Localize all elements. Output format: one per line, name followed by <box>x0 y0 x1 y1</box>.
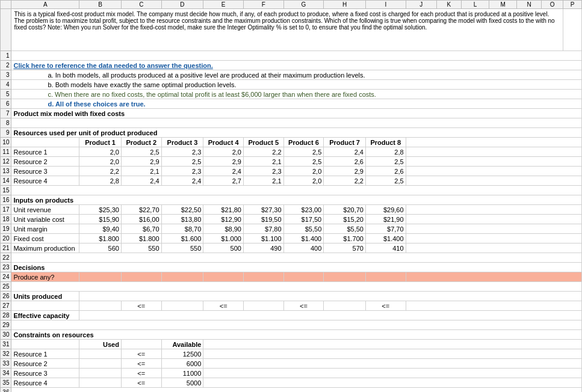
r4p6: 2,0 <box>283 176 324 186</box>
r1p1: 2,0 <box>79 147 122 157</box>
col-b-header: B <box>79 1 122 9</box>
col-d-header: D <box>161 1 203 9</box>
cr2-used[interactable] <box>79 359 122 369</box>
lte2: <= <box>203 301 244 311</box>
units-produced-label: Units produced <box>11 292 79 301</box>
r4p7: 2,2 <box>324 176 366 186</box>
fc-p6: $1.400 <box>283 234 324 243</box>
row-10: 10 Product 1 Product 2 Product 3 Product… <box>1 138 582 147</box>
fc-p1: $1.800 <box>79 234 122 243</box>
cr2-lte: <= <box>121 359 161 369</box>
fc-p5: $1.100 <box>243 234 283 243</box>
r3p6: 2,0 <box>283 167 324 176</box>
uvc-p5: $19,50 <box>243 215 283 224</box>
option-c: c. When there are no fixed costs, the op… <box>11 90 582 99</box>
row-27: 27 <= <= <= <= <box>1 301 582 311</box>
decisions-header: Decisions <box>11 263 582 272</box>
produce-any-p4[interactable] <box>203 272 244 282</box>
constraints-header: Constraints on resources <box>11 330 582 340</box>
product-8-header: Product 8 <box>365 138 406 147</box>
row-34: 34 Resource 3 <= 11000 <box>1 369 582 378</box>
product-4-header: Product 4 <box>203 138 244 147</box>
mp-label: Maximum production <box>11 243 79 253</box>
mp-p1: 560 <box>79 243 122 253</box>
option-d: d. All of these choices are true. <box>11 99 582 109</box>
um-p1: $9,40 <box>79 224 122 234</box>
up-p2[interactable] <box>161 301 203 311</box>
click-here-link[interactable]: Click here to reference the data needed … <box>11 61 582 70</box>
product-2-header: Product 2 <box>121 138 161 147</box>
row-24: 24 Produce any? <box>1 272 582 282</box>
uvc-label: Unit variable cost <box>11 215 79 224</box>
row-1: 1 <box>1 51 582 61</box>
col-i-header: I <box>365 1 406 9</box>
row-25: 25 <box>1 282 582 292</box>
r1p5: 2,2 <box>243 147 283 157</box>
cr1-avail: 12500 <box>161 349 203 359</box>
um-p8: $7,70 <box>365 224 406 234</box>
um-p6: $5,50 <box>283 224 324 234</box>
ur-p6: $23,00 <box>283 205 324 215</box>
col-a-header: A <box>11 1 79 9</box>
produce-any-p3[interactable] <box>161 272 203 282</box>
produce-any-p6[interactable] <box>283 272 324 282</box>
row-26: 26 Units produced <box>1 292 582 301</box>
product-1-header: Product 1 <box>79 138 122 147</box>
produce-any-p2[interactable] <box>121 272 161 282</box>
r3p3: 2,3 <box>161 167 203 176</box>
lte3: <= <box>283 301 324 311</box>
row-28: 28 Effective capacity <box>1 311 582 320</box>
mp-p2: 550 <box>121 243 161 253</box>
cr1-label: Resource 1 <box>11 349 79 359</box>
produce-any-p7[interactable] <box>324 272 366 282</box>
up-p4[interactable] <box>324 301 366 311</box>
available-label: Available <box>161 340 203 349</box>
produce-any-p8[interactable] <box>365 272 406 282</box>
row-3: 3 a. In both models, all products produc… <box>1 70 582 80</box>
r3p1: 2,2 <box>79 167 122 176</box>
uvc-p7: $15,20 <box>324 215 366 224</box>
cr4-label: Resource 4 <box>11 378 79 388</box>
r4p1: 2,8 <box>79 176 122 186</box>
r1p8: 2,8 <box>365 147 406 157</box>
cr4-used[interactable] <box>79 378 122 388</box>
r2p3: 2,5 <box>161 157 203 167</box>
resource3-label: Resource 3 <box>11 167 79 176</box>
ur-p4: $21,80 <box>203 205 244 215</box>
up-p3[interactable] <box>243 301 283 311</box>
cr2-avail: 6000 <box>161 359 203 369</box>
fc-p7: $1.700 <box>324 234 366 243</box>
mp-p4: 500 <box>203 243 244 253</box>
lte1: <= <box>121 301 161 311</box>
col-p-header: P <box>563 1 582 9</box>
row-32: 32 Resource 1 <= 12500 <box>1 349 582 359</box>
col-o-header: O <box>542 1 563 9</box>
um-p3: $8,70 <box>161 224 203 234</box>
up-p1[interactable] <box>79 301 122 311</box>
cr3-used[interactable] <box>79 369 122 378</box>
uvc-p8: $21,90 <box>365 215 406 224</box>
produce-any-p1[interactable] <box>79 272 122 282</box>
mp-p8: 410 <box>365 243 406 253</box>
product-6-header: Product 6 <box>283 138 324 147</box>
row-16: 16 Inputs on products <box>1 195 582 205</box>
row-11: 11 Resource 1 2,0 2,5 2,3 2,0 2,2 2,5 2,… <box>1 147 582 157</box>
cr1-used[interactable] <box>79 349 122 359</box>
product-5-header: Product 5 <box>243 138 283 147</box>
r2p1: 2,0 <box>79 157 122 167</box>
row-17: 17 Unit revenue $25,30 $22,70 $22,50 $21… <box>1 205 582 215</box>
um-p2: $6,70 <box>121 224 161 234</box>
um-p5: $7,80 <box>243 224 283 234</box>
r2p8: 2,5 <box>365 157 406 167</box>
r1p7: 2,4 <box>324 147 366 157</box>
mp-p7: 570 <box>324 243 366 253</box>
cr4-avail: 5000 <box>161 378 203 388</box>
produce-any-p5[interactable] <box>243 272 283 282</box>
r1p3: 2,3 <box>161 147 203 157</box>
row-19: 19 Unit margin $9,40 $6,70 $8,70 $8,90 $… <box>1 224 582 234</box>
r3p7: 2,9 <box>324 167 366 176</box>
row-8: 8 <box>1 118 582 128</box>
fc-p3: $1.600 <box>161 234 203 243</box>
row-2: 2 Click here to reference the data neede… <box>1 61 582 70</box>
cr3-label: Resource 3 <box>11 369 79 378</box>
